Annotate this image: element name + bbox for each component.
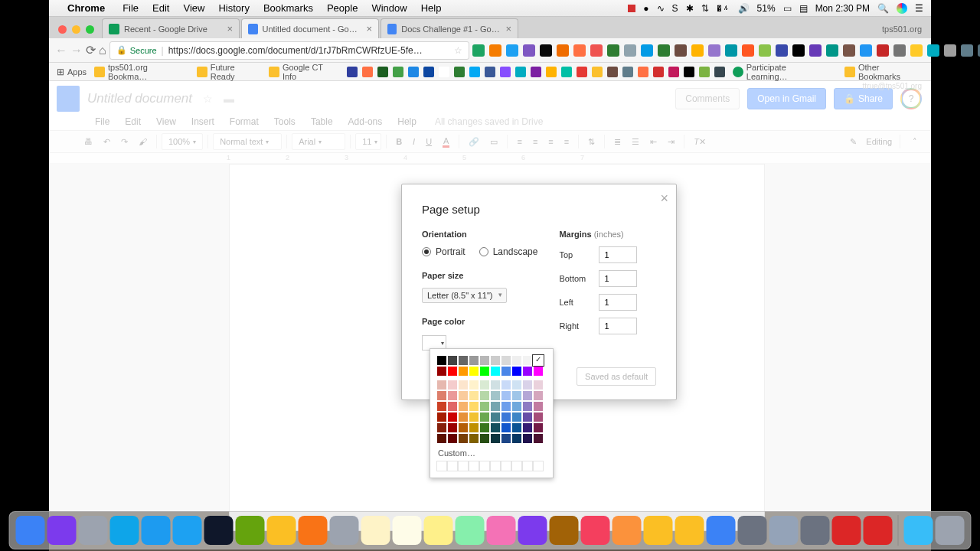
align-justify-icon[interactable]: ≡	[560, 133, 573, 150]
color-swatch[interactable]	[511, 422, 522, 433]
color-swatch[interactable]	[447, 390, 458, 401]
menu-view[interactable]: View	[150, 116, 182, 127]
custom-slot[interactable]	[501, 461, 511, 471]
menu-history[interactable]: History	[211, 2, 256, 14]
numbered-list-icon[interactable]: ≣	[609, 133, 626, 150]
extension-icon[interactable]	[506, 44, 518, 57]
margin-right-input[interactable]	[599, 318, 637, 334]
bookmark-icon[interactable]	[622, 67, 633, 77]
dock-app[interactable]	[581, 516, 610, 545]
comment-icon[interactable]: ▭	[485, 133, 502, 150]
extension-icon[interactable]	[590, 44, 603, 57]
back-button[interactable]: ←	[55, 43, 67, 58]
extension-icon[interactable]	[860, 44, 872, 57]
line-spacing-icon[interactable]: ⇅	[583, 133, 599, 150]
extension-icon[interactable]	[691, 44, 704, 57]
custom-slot[interactable]	[533, 461, 544, 471]
color-swatch[interactable]	[511, 380, 522, 390]
style-select[interactable]: Normal text▾	[213, 133, 282, 150]
color-swatch[interactable]	[479, 433, 490, 444]
siri-icon[interactable]	[897, 3, 907, 14]
dock-app[interactable]	[16, 516, 45, 545]
color-swatch[interactable]	[447, 422, 458, 433]
chevron-up-icon[interactable]: ˄	[908, 133, 922, 150]
menu-file[interactable]: File	[116, 2, 145, 14]
color-swatch[interactable]	[469, 433, 479, 444]
align-right-icon[interactable]: ≡	[544, 133, 557, 150]
dock-app[interactable]	[644, 516, 673, 545]
close-tab-icon[interactable]: ×	[505, 23, 511, 34]
bookmark-icon[interactable]	[607, 67, 618, 77]
dock-app[interactable]	[518, 516, 547, 545]
menu-people[interactable]: People	[320, 2, 364, 14]
extension-icon[interactable]	[708, 44, 720, 57]
color-swatch[interactable]	[501, 433, 511, 444]
extension-icon[interactable]	[658, 44, 670, 57]
color-swatch[interactable]	[501, 401, 511, 412]
menu-table[interactable]: Table	[305, 116, 339, 127]
color-swatch[interactable]	[479, 422, 490, 433]
color-swatch[interactable]	[447, 433, 458, 444]
dock-app[interactable]	[456, 516, 485, 545]
color-swatch[interactable]	[458, 366, 469, 377]
clear-format-icon[interactable]: T✕	[689, 133, 710, 150]
color-swatch[interactable]	[436, 412, 447, 422]
text-color-icon[interactable]: A	[438, 133, 454, 150]
bold-icon[interactable]: B	[391, 133, 407, 150]
dock-app[interactable]	[864, 516, 893, 545]
dock-app[interactable]	[936, 516, 965, 545]
dock-app[interactable]	[173, 516, 202, 545]
dock-app[interactable]	[393, 516, 422, 545]
custom-slot[interactable]	[436, 461, 447, 471]
extension-icon[interactable]	[725, 44, 737, 57]
color-swatch[interactable]	[458, 412, 469, 422]
extension-icon[interactable]	[641, 44, 653, 57]
menu-bookmarks[interactable]: Bookmarks	[256, 2, 320, 14]
color-swatch[interactable]	[511, 355, 522, 366]
menu-window[interactable]: Window	[364, 2, 413, 14]
browser-tab[interactable]: Docs Challenge #1 - Google D×	[381, 18, 518, 38]
color-swatch[interactable]	[479, 401, 490, 412]
dock-app[interactable]	[801, 516, 830, 545]
color-swatch[interactable]	[490, 412, 501, 422]
bookmark-folder[interactable]: Future Ready	[197, 63, 261, 81]
dock-app[interactable]	[361, 516, 390, 545]
menu-edit[interactable]: Edit	[119, 116, 147, 127]
extension-icon[interactable]	[523, 44, 535, 57]
undo-icon[interactable]: ↶	[99, 133, 115, 150]
open-in-gmail-button[interactable]: Open in Gmail	[747, 88, 826, 109]
color-swatch[interactable]	[469, 401, 479, 412]
apps-shortcut[interactable]: ⊞Apps	[57, 67, 87, 77]
menu-file[interactable]: File	[89, 116, 116, 127]
volume-icon[interactable]: 🔊	[738, 3, 750, 14]
bookmark-icon[interactable]	[485, 67, 495, 77]
bookmark-folder[interactable]: tps501.org Bookma…	[94, 63, 189, 81]
other-bookmarks[interactable]: Other Bookmarks	[844, 63, 923, 81]
menu-insert[interactable]: Insert	[185, 116, 220, 127]
browser-tab[interactable]: Recent - Google Drive×	[102, 18, 240, 38]
color-swatch[interactable]	[458, 401, 469, 412]
extension-icon[interactable]	[557, 44, 569, 57]
extension-icon[interactable]	[877, 44, 889, 57]
align-left-icon[interactable]: ≡	[512, 133, 526, 150]
dock-app[interactable]	[904, 516, 933, 545]
bookmark-icon[interactable]	[684, 67, 694, 77]
color-swatch[interactable]	[490, 390, 501, 401]
mode-label[interactable]: Editing	[866, 137, 892, 146]
close-tab-icon[interactable]: ×	[227, 23, 233, 34]
bookmark-icon[interactable]	[531, 67, 541, 77]
bulleted-list-icon[interactable]: ☰	[627, 133, 644, 150]
color-swatch[interactable]	[533, 433, 544, 444]
status-icon[interactable]: S	[672, 3, 678, 14]
color-swatch[interactable]	[501, 380, 511, 390]
color-swatch[interactable]	[469, 412, 479, 422]
color-swatch[interactable]	[522, 422, 533, 433]
color-swatch[interactable]	[436, 390, 447, 401]
dock-app[interactable]	[738, 516, 767, 545]
bookmark-icon[interactable]	[377, 67, 388, 77]
extension-icon[interactable]	[776, 44, 788, 57]
bookmark-folder[interactable]: Google CT Info	[269, 63, 339, 81]
color-swatch[interactable]	[522, 390, 533, 401]
color-swatch[interactable]	[469, 355, 479, 366]
color-swatch[interactable]	[511, 412, 522, 422]
